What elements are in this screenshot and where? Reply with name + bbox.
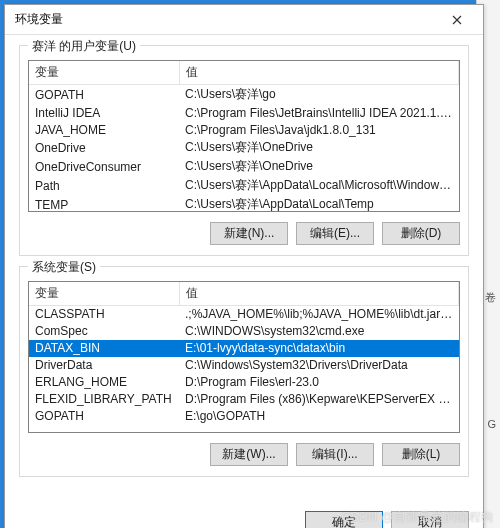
cell-name: DriverData (29, 357, 179, 374)
table-row[interactable]: TEMPC:\Users\赛洋\AppData\Local\Temp (29, 195, 459, 212)
table-row[interactable]: DATAX_BINE:\01-lvyy\data-sync\datax\bin (29, 340, 459, 357)
system-vars-table: 变量 值 CLASSPATH.;%JAVA_HOME%\lib;%JAVA_HO… (29, 282, 459, 425)
bg-text: 卷 (485, 290, 496, 305)
cell-name: OneDriveConsumer (29, 157, 179, 176)
table-row[interactable]: OneDriveC:\Users\赛洋\OneDrive (29, 138, 459, 157)
close-icon (452, 15, 462, 25)
system-vars-list[interactable]: 变量 值 CLASSPATH.;%JAVA_HOME%\lib;%JAVA_HO… (28, 281, 460, 433)
cell-name: CLASSPATH (29, 306, 179, 323)
cell-name: ComSpec (29, 323, 179, 340)
cell-value: C:\Users\赛洋\OneDrive (179, 157, 459, 176)
system-delete-button[interactable]: 删除(L) (382, 443, 460, 466)
cell-name: Path (29, 176, 179, 195)
title-bar: 环境变量 (5, 5, 483, 35)
col-value-header[interactable]: 值 (179, 282, 459, 306)
cell-value: C:\Program Files\Java\jdk1.8.0_131 (179, 121, 459, 138)
table-row[interactable]: IntelliJ IDEAC:\Program Files\JetBrains\… (29, 104, 459, 121)
cell-value: .;%JAVA_HOME%\lib;%JAVA_HOME%\lib\dt.jar… (179, 306, 459, 323)
table-row[interactable]: ComSpecC:\WINDOWS\system32\cmd.exe (29, 323, 459, 340)
env-vars-dialog: 环境变量 赛洋 的用户变量(U) 变量 值 GOPATHC:\Users\赛洋\… (4, 4, 484, 528)
cell-name: DATAX_BIN (29, 340, 179, 357)
cell-value: D:\Program Files (x86)\Kepware\KEPServer… (179, 391, 459, 408)
table-row[interactable]: OneDriveConsumerC:\Users\赛洋\OneDrive (29, 157, 459, 176)
cell-name: ERLANG_HOME (29, 374, 179, 391)
table-row[interactable]: DriverDataC:\Windows\System32\Drivers\Dr… (29, 357, 459, 374)
cell-name: GOPATH (29, 85, 179, 105)
user-vars-buttons: 新建(N)... 编辑(E)... 删除(D) (28, 222, 460, 245)
close-button[interactable] (439, 8, 475, 32)
user-vars-table: 变量 值 GOPATHC:\Users\赛洋\go IntelliJ IDEAC… (29, 61, 459, 212)
table-row[interactable]: GOPATHE:\go\GOPATH (29, 408, 459, 425)
cell-value: C:\Windows\System32\Drivers\DriverData (179, 357, 459, 374)
cell-name: GOPATH (29, 408, 179, 425)
user-edit-button[interactable]: 编辑(E)... (296, 222, 374, 245)
cell-name: FLEXID_LIBRARY_PATH (29, 391, 179, 408)
table-row[interactable]: GOPATHC:\Users\赛洋\go (29, 85, 459, 105)
user-vars-legend: 赛洋 的用户变量(U) (28, 38, 140, 55)
col-name-header[interactable]: 变量 (29, 282, 179, 306)
user-vars-list[interactable]: 变量 值 GOPATHC:\Users\赛洋\go IntelliJ IDEAC… (28, 60, 460, 212)
cell-value: C:\Users\赛洋\AppData\Local\Temp (179, 195, 459, 212)
cell-value: C:\Users\赛洋\OneDrive (179, 138, 459, 157)
cell-value: C:\Users\赛洋\go (179, 85, 459, 105)
cell-value: C:\Program Files\JetBrains\IntelliJ IDEA… (179, 104, 459, 121)
table-row[interactable]: CLASSPATH.;%JAVA_HOME%\lib;%JAVA_HOME%\l… (29, 306, 459, 323)
system-vars-legend: 系统变量(S) (28, 259, 100, 276)
cell-name: IntelliJ IDEA (29, 104, 179, 121)
system-variables-group: 系统变量(S) 变量 值 CLASSPATH.;%JAVA_HOME%\lib;… (19, 266, 469, 477)
cell-name: JAVA_HOME (29, 121, 179, 138)
table-row[interactable]: FLEXID_LIBRARY_PATHD:\Program Files (x86… (29, 391, 459, 408)
cell-value: E:\go\GOPATH (179, 408, 459, 425)
watermark: CSDN @自律最差的编程狗 (341, 509, 494, 526)
cell-value: E:\01-lvyy\data-sync\datax\bin (179, 340, 459, 357)
table-row[interactable]: ERLANG_HOMED:\Program Files\erl-23.0 (29, 374, 459, 391)
col-value-header[interactable]: 值 (179, 61, 459, 85)
system-vars-buttons: 新建(W)... 编辑(I)... 删除(L) (28, 443, 460, 466)
user-new-button[interactable]: 新建(N)... (210, 222, 288, 245)
table-row[interactable]: JAVA_HOMEC:\Program Files\Java\jdk1.8.0_… (29, 121, 459, 138)
cell-value: C:\Users\赛洋\AppData\Local\Microsoft\Wind… (179, 176, 459, 195)
system-edit-button[interactable]: 编辑(I)... (296, 443, 374, 466)
cell-name: OneDrive (29, 138, 179, 157)
dialog-body: 赛洋 的用户变量(U) 变量 值 GOPATHC:\Users\赛洋\go In… (5, 35, 483, 501)
table-row[interactable]: PathC:\Users\赛洋\AppData\Local\Microsoft\… (29, 176, 459, 195)
user-variables-group: 赛洋 的用户变量(U) 变量 值 GOPATHC:\Users\赛洋\go In… (19, 45, 469, 256)
cell-value: C:\WINDOWS\system32\cmd.exe (179, 323, 459, 340)
system-new-button[interactable]: 新建(W)... (210, 443, 288, 466)
col-name-header[interactable]: 变量 (29, 61, 179, 85)
cell-value: D:\Program Files\erl-23.0 (179, 374, 459, 391)
user-delete-button[interactable]: 删除(D) (382, 222, 460, 245)
dialog-title: 环境变量 (15, 11, 63, 28)
cell-name: TEMP (29, 195, 179, 212)
